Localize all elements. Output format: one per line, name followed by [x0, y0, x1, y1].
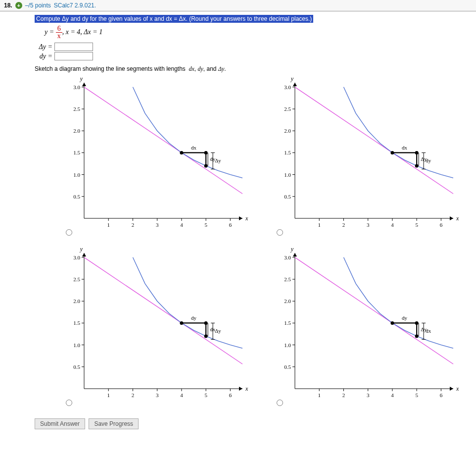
svg-text:0.5: 0.5 — [284, 194, 291, 200]
svg-text:1.5: 1.5 — [284, 150, 291, 155]
svg-text:3: 3 — [367, 222, 370, 228]
svg-text:6: 6 — [229, 222, 232, 228]
svg-text:1.0: 1.0 — [73, 342, 80, 348]
svg-text:y: y — [290, 75, 294, 82]
svg-text:2.5: 2.5 — [284, 106, 291, 112]
svg-text:0.5: 0.5 — [73, 194, 80, 200]
svg-text:1.5: 1.5 — [73, 320, 80, 326]
svg-text:2.0: 2.0 — [284, 128, 291, 134]
svg-text:2.5: 2.5 — [284, 276, 291, 282]
svg-point-162 — [390, 321, 394, 325]
option-c-radio[interactable] — [66, 400, 72, 406]
question-header: 18. + –/5 points SCalc7 2.9.021. — [0, 0, 476, 11]
chart-svg: 1234560.51.01.52.02.53.0xydxdyΔy — [54, 75, 252, 238]
svg-text:x: x — [245, 385, 248, 392]
svg-text:2: 2 — [132, 222, 135, 228]
svg-text:3: 3 — [367, 392, 370, 398]
delta-y-input[interactable] — [54, 43, 93, 51]
svg-point-80 — [415, 164, 419, 167]
svg-point-164 — [415, 334, 419, 338]
svg-text:y: y — [290, 246, 294, 253]
charts-grid: 1234560.51.01.52.02.53.0xydxdyΔy 1234560… — [54, 75, 471, 413]
svg-text:x: x — [456, 215, 459, 222]
svg-text:dx: dx — [191, 145, 197, 151]
svg-text:2.0: 2.0 — [73, 298, 80, 304]
svg-marker-129 — [293, 253, 297, 256]
chart-svg: 1234560.51.01.52.02.53.0xydxΔydy — [265, 75, 463, 238]
svg-text:6: 6 — [440, 392, 443, 398]
submit-button[interactable]: Submit Answer — [35, 418, 85, 429]
svg-text:4: 4 — [180, 392, 183, 398]
fraction-numerator: 6 — [56, 25, 62, 33]
answers-block: Δy = dy = — [35, 43, 471, 60]
svg-text:2.0: 2.0 — [284, 298, 291, 304]
dy-input[interactable] — [54, 52, 93, 60]
svg-point-120 — [180, 321, 183, 325]
svg-text:4: 4 — [391, 392, 394, 398]
svg-marker-3 — [82, 83, 86, 86]
svg-text:3.0: 3.0 — [284, 254, 291, 260]
equation-rest: , x = 4, Δx = 1 — [62, 28, 103, 36]
svg-text:2.5: 2.5 — [73, 276, 80, 282]
chart-option-b: 1234560.51.01.52.02.53.0xydxΔydy — [265, 75, 463, 243]
svg-point-78 — [390, 151, 394, 154]
svg-text:1.0: 1.0 — [284, 172, 291, 178]
question-number: 18. — [4, 2, 12, 9]
svg-point-163 — [415, 321, 419, 325]
plus-icon[interactable]: + — [15, 2, 22, 9]
svg-text:1.0: 1.0 — [73, 172, 80, 178]
svg-text:1: 1 — [318, 392, 321, 398]
svg-text:1: 1 — [107, 392, 110, 398]
svg-text:2: 2 — [342, 222, 345, 228]
option-d-radio[interactable] — [277, 400, 283, 406]
svg-text:y: y — [80, 75, 83, 82]
svg-marker-128 — [450, 387, 453, 391]
svg-text:2: 2 — [132, 392, 135, 398]
source-label: SCalc7 2.9.021. — [54, 2, 96, 9]
svg-text:5: 5 — [204, 222, 207, 228]
svg-marker-44 — [450, 216, 453, 220]
svg-text:0.5: 0.5 — [284, 364, 291, 370]
svg-marker-2 — [239, 216, 242, 220]
chart-svg: 1234560.51.01.52.02.53.0xydydxΔy — [54, 245, 252, 408]
svg-text:1.0: 1.0 — [284, 342, 291, 348]
chart-option-a: 1234560.51.01.52.02.53.0xydxdyΔy — [54, 75, 252, 243]
svg-text:4: 4 — [391, 222, 394, 228]
svg-text:1.5: 1.5 — [284, 320, 291, 326]
delta-y-label: Δy = — [35, 43, 52, 51]
option-b-radio[interactable] — [277, 229, 283, 236]
svg-text:Δy: Δy — [215, 157, 221, 163]
button-row: Submit Answer Save Progress — [35, 418, 471, 429]
svg-marker-45 — [293, 83, 297, 86]
svg-point-122 — [204, 334, 208, 338]
chart-svg: 1234560.51.01.52.02.53.0xydyΔydx — [265, 245, 463, 408]
sketch-instruction: Sketch a diagram showing the line segmen… — [35, 65, 471, 73]
svg-text:6: 6 — [229, 392, 232, 398]
svg-text:3.0: 3.0 — [73, 84, 80, 90]
svg-point-37 — [204, 151, 208, 154]
svg-text:y: y — [80, 246, 83, 253]
dy-label: dy = — [35, 52, 52, 60]
equation: y = 6x, x = 4, Δx = 1 — [45, 25, 461, 40]
svg-text:Δy: Δy — [215, 328, 221, 334]
instruction-highlight: Compute Δy and dy for the given values o… — [35, 15, 313, 23]
fraction-denominator: x — [56, 33, 62, 40]
svg-text:dy: dy — [402, 315, 408, 321]
svg-text:3.0: 3.0 — [284, 84, 291, 90]
svg-text:2.5: 2.5 — [73, 106, 80, 112]
chart-option-d: 1234560.51.01.52.02.53.0xydyΔydx — [265, 245, 463, 413]
svg-text:5: 5 — [415, 392, 418, 398]
svg-marker-86 — [239, 387, 242, 391]
points-label: –/5 points — [25, 2, 51, 9]
chart-option-c: 1234560.51.01.52.02.53.0xydydxΔy — [54, 245, 252, 413]
svg-text:2.0: 2.0 — [73, 128, 80, 134]
svg-text:2: 2 — [342, 392, 345, 398]
svg-text:dx: dx — [402, 145, 408, 151]
option-a-radio[interactable] — [66, 229, 72, 236]
svg-text:3.0: 3.0 — [73, 254, 80, 260]
svg-text:3: 3 — [156, 392, 159, 398]
save-button[interactable]: Save Progress — [89, 418, 139, 429]
svg-text:dx: dx — [426, 328, 431, 334]
svg-text:5: 5 — [415, 222, 418, 228]
svg-point-121 — [204, 321, 208, 325]
